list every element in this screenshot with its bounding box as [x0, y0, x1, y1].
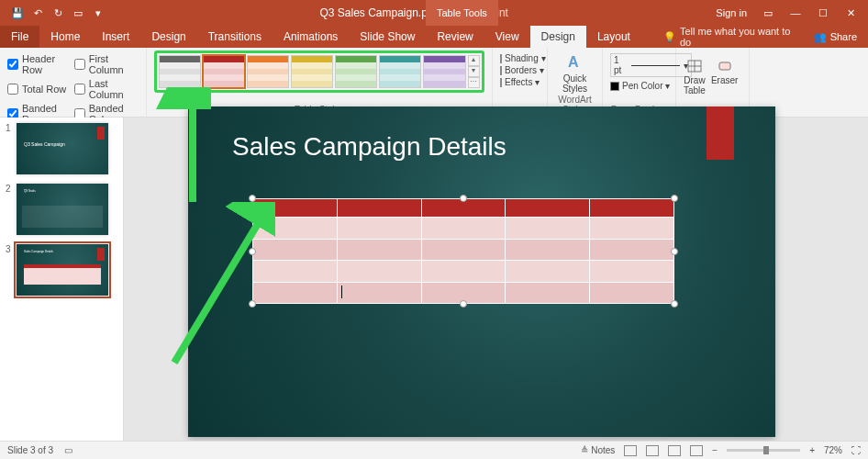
draw-table-button[interactable]: Draw Table	[684, 53, 706, 95]
shading-button[interactable]: Shading▾	[500, 53, 540, 63]
fill-icon	[500, 54, 502, 63]
slide-canvas: Sales Campaign Details	[188, 106, 775, 437]
zoom-slider[interactable]	[727, 449, 800, 452]
gallery-scroll-down-icon[interactable]: ▾	[468, 66, 480, 77]
table-style-red[interactable]	[203, 55, 245, 88]
gallery-scroll-up-icon[interactable]: ▴	[468, 55, 480, 66]
save-icon[interactable]: 💾	[11, 6, 24, 19]
accent-shape	[707, 106, 734, 160]
context-tab-label: Table Tools	[426, 0, 498, 26]
effects-button[interactable]: Effects▾	[500, 77, 540, 87]
tab-table-design[interactable]: Design	[530, 26, 586, 48]
quick-styles-label: Quick Styles	[562, 73, 587, 94]
title-bar: 💾 ↶ ↻ ▭ ▾ Q3 Sales Campaign.pptx - Power…	[0, 0, 868, 26]
signin-link[interactable]: Sign in	[716, 7, 747, 18]
checkbox-first-column[interactable]: First Column	[74, 53, 139, 75]
maximize-icon[interactable]: ☐	[817, 6, 829, 19]
table-style-gold[interactable]	[291, 55, 333, 88]
document-filename: Q3 Sales Campaign.pptx	[319, 6, 441, 19]
table-styles-gallery: ▴ ▾ ⋯	[154, 50, 484, 93]
table-style-purple[interactable]	[423, 55, 465, 88]
ribbon-display-icon[interactable]: ▭	[762, 6, 774, 19]
pen-color-icon	[610, 82, 619, 91]
title-bar-right: Sign in ▭ — ☐ ✕	[716, 6, 864, 19]
selection-handle[interactable]	[249, 195, 256, 202]
tab-file[interactable]: File	[0, 26, 39, 48]
share-label: Share	[830, 31, 857, 42]
selection-handle[interactable]	[671, 300, 678, 308]
view-sorter-icon[interactable]	[646, 445, 659, 456]
tab-review[interactable]: Review	[426, 26, 484, 48]
tab-table-layout[interactable]: Layout	[586, 26, 641, 48]
checkbox-last-column[interactable]: Last Column	[74, 78, 139, 100]
borders-button[interactable]: Borders▾	[500, 65, 540, 75]
window-title: Q3 Sales Campaign.pptx - PowerPoint	[112, 6, 716, 19]
gallery-scroll: ▴ ▾ ⋯	[468, 55, 480, 88]
zoom-level[interactable]: 72%	[824, 445, 842, 455]
tab-insert[interactable]: Insert	[91, 26, 140, 48]
table-style-orange[interactable]	[247, 55, 289, 88]
start-slideshow-icon[interactable]: ▭	[72, 6, 84, 19]
selection-handle[interactable]	[671, 195, 678, 202]
border-icon	[500, 66, 502, 75]
close-icon[interactable]: ✕	[844, 6, 857, 19]
view-slideshow-icon[interactable]	[690, 445, 703, 456]
slide-editor[interactable]: Sales Campaign Details	[124, 118, 868, 441]
eraser-button[interactable]: Eraser	[711, 53, 738, 95]
quick-styles-button[interactable]: A Quick Styles	[555, 50, 595, 94]
slide-table[interactable]	[252, 198, 674, 304]
tab-transitions[interactable]: Transitions	[197, 26, 273, 48]
share-button[interactable]: 👥 Share	[803, 26, 868, 48]
spellcheck-icon[interactable]: ▭	[64, 445, 72, 455]
gallery-more-icon[interactable]: ⋯	[468, 77, 480, 88]
zoom-out-icon[interactable]: −	[712, 445, 718, 455]
qat-dropdown-icon[interactable]: ▾	[92, 6, 105, 19]
selection-handle[interactable]	[671, 248, 678, 255]
ribbon-tabs: File Home Insert Design Transitions Anim…	[0, 26, 868, 48]
thumbnail-1[interactable]: 1 Q3 Sales Campaign	[6, 123, 117, 174]
notes-button[interactable]: ≜ Notes	[581, 445, 615, 455]
checkbox-header-row[interactable]: Header Row	[7, 53, 67, 75]
draw-table-icon	[686, 57, 703, 73]
chevron-down-icon: ▾	[541, 53, 546, 63]
group-table-style-options: Header Row First Column Total Row Last C…	[0, 48, 147, 117]
tab-view[interactable]: View	[484, 26, 530, 48]
slide-thumbnail-panel: 1 Q3 Sales Campaign 2 Q3 Goals 3 Sales C…	[0, 118, 124, 441]
svg-text:A: A	[568, 54, 579, 70]
table-style-gray[interactable]	[159, 55, 201, 88]
quick-access-toolbar: 💾 ↶ ↻ ▭ ▾	[4, 6, 112, 19]
lightbulb-icon: 💡	[663, 31, 676, 43]
chevron-down-icon: ▾	[535, 77, 540, 87]
table-style-teal[interactable]	[379, 55, 421, 88]
slide-indicator: Slide 3 of 3	[7, 445, 53, 455]
minimize-icon[interactable]: —	[789, 6, 802, 19]
slide-title[interactable]: Sales Campaign Details	[232, 132, 506, 162]
view-normal-icon[interactable]	[624, 445, 637, 456]
view-reading-icon[interactable]	[668, 445, 681, 456]
tab-slideshow[interactable]: Slide Show	[349, 26, 426, 48]
selection-handle[interactable]	[249, 248, 256, 255]
selection-handle[interactable]	[460, 195, 467, 202]
selection-handle[interactable]	[460, 300, 467, 308]
status-bar: Slide 3 of 3 ▭ ≜ Notes − + 72% ⛶	[0, 441, 868, 459]
thumbnail-3[interactable]: 3 Sales Campaign Details	[6, 244, 117, 296]
tab-design[interactable]: Design	[140, 26, 196, 48]
undo-icon[interactable]: ↶	[31, 6, 44, 19]
share-icon: 👥	[814, 31, 827, 43]
svg-rect-4	[719, 62, 730, 70]
eraser-icon	[717, 57, 733, 73]
tab-home[interactable]: Home	[39, 26, 91, 48]
selection-handle[interactable]	[249, 300, 256, 308]
table-style-green[interactable]	[335, 55, 377, 88]
thumbnail-2[interactable]: 2 Q3 Goals	[6, 184, 117, 235]
redo-icon[interactable]: ↻	[51, 6, 64, 19]
tell-me-label: Tell me what you want to do	[680, 26, 803, 48]
wordart-icon: A	[566, 53, 584, 72]
zoom-in-icon[interactable]: +	[809, 445, 815, 455]
fit-to-window-icon[interactable]: ⛶	[851, 445, 861, 455]
effects-icon	[500, 78, 502, 87]
workspace: 1 Q3 Sales Campaign 2 Q3 Goals 3 Sales C…	[0, 118, 868, 441]
tab-animations[interactable]: Animations	[273, 26, 349, 48]
checkbox-total-row[interactable]: Total Row	[7, 78, 67, 100]
tell-me-search[interactable]: 💡 Tell me what you want to do	[641, 26, 803, 48]
